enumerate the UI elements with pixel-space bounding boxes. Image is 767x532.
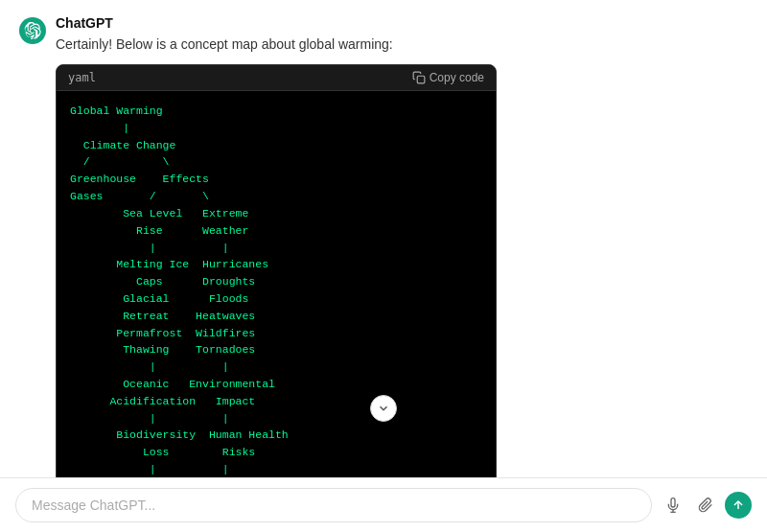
send-icon <box>732 498 745 512</box>
copy-label: Copy code <box>430 71 484 84</box>
sender-name: ChatGPT <box>56 15 748 31</box>
attach-button[interactable] <box>692 492 719 519</box>
message-input[interactable] <box>15 488 652 522</box>
voice-button[interactable] <box>660 492 686 519</box>
scroll-down-button[interactable] <box>370 395 397 422</box>
code-content: Global Warming | Climate Change / \ Gree… <box>57 91 496 477</box>
paperclip-icon <box>698 497 713 513</box>
chevron-down-icon <box>377 402 390 415</box>
code-block-header: yaml Copy code <box>57 65 496 91</box>
mic-icon <box>665 497 681 513</box>
send-button[interactable] <box>725 492 752 519</box>
message-content: ChatGPT Certainly! Below is a concept ma… <box>56 15 748 477</box>
copy-icon <box>412 71 426 84</box>
copy-code-button[interactable]: Copy code <box>412 71 484 84</box>
chatgpt-logo-icon <box>24 22 41 39</box>
code-lang-label: yaml <box>68 71 96 84</box>
code-block: yaml Copy code Global Warming | Climate … <box>56 64 497 477</box>
message-text: Certainly! Below is a concept map about … <box>56 35 748 55</box>
avatar <box>19 17 46 44</box>
input-icons <box>660 492 752 519</box>
svg-rect-0 <box>417 76 425 83</box>
input-bar <box>0 477 767 532</box>
